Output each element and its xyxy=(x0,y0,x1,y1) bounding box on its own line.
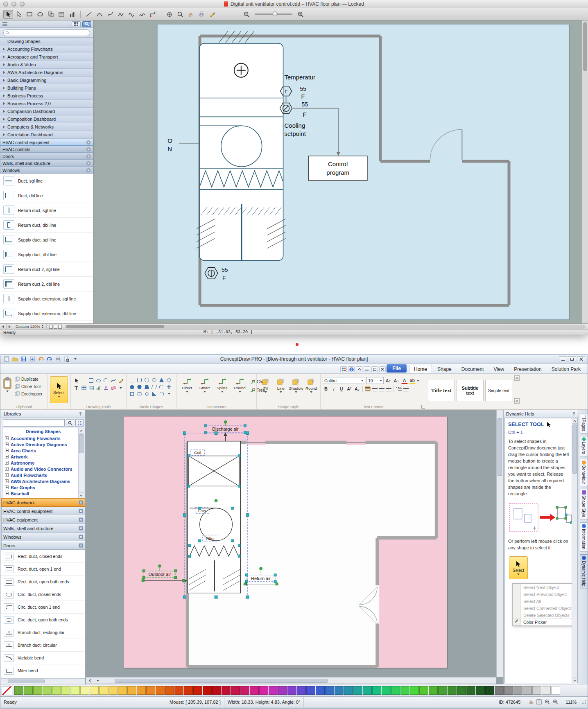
menu-item[interactable]: Select Next Object xyxy=(513,584,573,591)
disclosure-triangle-icon[interactable] xyxy=(3,102,5,105)
scroll-left-icon[interactable] xyxy=(88,679,93,683)
zoom-in-icon[interactable] xyxy=(296,10,305,19)
font-color-dropdown-icon[interactable] xyxy=(417,380,419,382)
zoom-percentage[interactable]: 111% xyxy=(562,697,580,707)
connector-button[interactable]: Direct xyxy=(179,376,195,397)
bold-button[interactable]: B xyxy=(323,386,329,392)
search-view-button[interactable] xyxy=(82,21,91,27)
shape-row[interactable]: Rect. duct, open both ends xyxy=(1,576,85,588)
scrollbar-thumb[interactable] xyxy=(79,434,84,453)
scroll-up-icon[interactable] xyxy=(79,428,84,434)
menu-tab[interactable]: Shape xyxy=(433,365,456,373)
text-style-button[interactable]: Subtitle text xyxy=(457,380,484,401)
paste-button[interactable] xyxy=(2,375,12,397)
shape-row[interactable]: Variable bend xyxy=(1,652,85,664)
chart-tool-icon[interactable] xyxy=(67,10,77,19)
category-row[interactable]: Basic Diagramming xyxy=(0,77,93,84)
search-icon[interactable] xyxy=(66,419,74,427)
grow-font-button[interactable]: A↑ xyxy=(385,377,392,384)
shape-style-button[interactable]: Line xyxy=(274,376,288,397)
shape-row[interactable]: Duct, sgl line xyxy=(0,174,93,188)
connector-tool-icon[interactable] xyxy=(148,10,158,19)
pan-tool-icon[interactable] xyxy=(186,10,196,19)
mdi-minimize-icon[interactable] xyxy=(364,366,370,372)
draw-line-icon[interactable] xyxy=(80,377,87,384)
color-swatch[interactable] xyxy=(532,686,541,695)
freehand-tool-icon[interactable] xyxy=(137,10,147,19)
color-swatch[interactable] xyxy=(551,686,560,695)
help-scrollbar[interactable] xyxy=(572,418,577,683)
menu-tab[interactable]: File xyxy=(387,364,407,373)
paragraph-button[interactable] xyxy=(403,386,409,391)
pin-icon[interactable] xyxy=(572,411,576,416)
color-swatch[interactable] xyxy=(259,686,268,695)
canvas-vertical-scrollbar[interactable] xyxy=(496,410,503,677)
color-swatch[interactable] xyxy=(419,686,428,695)
close-library-icon[interactable] xyxy=(86,161,91,166)
draw-text-icon[interactable] xyxy=(73,384,80,391)
shape-row[interactable]: Circ. duct, open 1 end xyxy=(1,601,85,614)
draw-image-icon[interactable] xyxy=(88,384,95,391)
close-library-icon[interactable] xyxy=(86,140,91,145)
disclosure-triangle-icon[interactable] xyxy=(3,55,5,59)
scroll-down-icon[interactable] xyxy=(572,677,577,683)
theme-grid-icon[interactable] xyxy=(340,366,347,372)
annotate-pen-icon[interactable] xyxy=(207,10,217,19)
font-family-select[interactable]: Calibri xyxy=(323,377,365,384)
color-swatch[interactable] xyxy=(174,686,183,695)
shape-row[interactable]: Supply duct extension, dbl line xyxy=(0,306,93,321)
disclosure-triangle-icon[interactable] xyxy=(3,117,5,121)
temperature-label[interactable]: Temperatur xyxy=(285,74,316,81)
tree-item[interactable]: Active Directory Diagrams xyxy=(2,441,84,447)
category-row[interactable]: Drawing Shapes xyxy=(0,38,93,45)
scrollbar-thumb[interactable] xyxy=(498,418,502,476)
basic-shape-rhombus[interactable] xyxy=(143,391,150,397)
menu-item[interactable]: Select Connected Object xyxy=(513,605,573,612)
disclosure-triangle-icon[interactable] xyxy=(3,79,5,82)
close-library-icon[interactable] xyxy=(79,509,83,513)
basic-shape-hexagon[interactable] xyxy=(136,384,143,390)
close-library-icon[interactable] xyxy=(86,154,91,159)
color-swatch[interactable] xyxy=(52,686,61,695)
library-bar[interactable]: HVAC controls xyxy=(0,146,93,153)
color-swatch[interactable] xyxy=(287,686,296,695)
font-color-button[interactable]: A xyxy=(401,377,408,384)
color-swatch[interactable] xyxy=(165,686,174,695)
sensor-top-value[interactable]: 55 xyxy=(300,86,306,92)
cooling-setpoint-line2[interactable]: setpoint xyxy=(285,130,306,137)
menu-tab[interactable]: Presentation xyxy=(509,365,546,373)
mdi-close-icon[interactable] xyxy=(379,366,386,372)
basic-shapes-more[interactable] xyxy=(165,391,172,397)
shape-row[interactable]: Supply duct, dbl line xyxy=(0,247,93,262)
basic-shape-rounded-rect[interactable] xyxy=(136,377,143,383)
shape-row[interactable]: Return duct 2, sgl line xyxy=(0,262,93,277)
polyline-tool-icon[interactable] xyxy=(116,10,126,19)
target-tool-icon[interactable] xyxy=(165,10,174,19)
color-swatch[interactable] xyxy=(212,686,221,695)
on-letter-2[interactable]: N xyxy=(167,145,172,152)
shape-row[interactable]: Duct, dbl line xyxy=(0,188,93,203)
text-style-button[interactable]: Simple text xyxy=(485,380,512,401)
draw-ellipse-icon[interactable] xyxy=(95,377,102,384)
basic-shape-cross[interactable] xyxy=(165,384,172,390)
color-swatch[interactable] xyxy=(363,686,372,695)
underline-button[interactable]: U xyxy=(338,386,345,392)
table-tool-icon[interactable] xyxy=(57,10,66,19)
color-swatch[interactable] xyxy=(14,686,23,695)
color-swatch[interactable] xyxy=(448,686,457,695)
align-justify-button[interactable] xyxy=(386,386,391,391)
ribbon-scroll-down-icon[interactable] xyxy=(514,398,520,404)
tree-item[interactable]: Artwork xyxy=(2,454,84,460)
color-swatch[interactable] xyxy=(344,686,353,695)
text-style-button[interactable]: Title text xyxy=(428,380,455,401)
color-swatch[interactable] xyxy=(391,686,400,695)
select-button[interactable]: Select xyxy=(50,376,68,403)
library-section-bar[interactable]: Walls, shell and structure xyxy=(1,524,85,533)
clipboard-item[interactable]: Duplicate xyxy=(15,375,43,383)
mac-drawing-page[interactable]: Temperatur F 55 F 55 F Cooling setpoint … xyxy=(157,24,569,320)
shape-row[interactable]: Return duct 2, dbl line xyxy=(0,277,93,291)
menu-tab[interactable]: Document xyxy=(457,365,488,373)
control-program-line2[interactable]: program xyxy=(326,169,349,176)
line-tool-icon[interactable] xyxy=(84,10,94,19)
basic-shape-diamond[interactable] xyxy=(165,377,172,383)
